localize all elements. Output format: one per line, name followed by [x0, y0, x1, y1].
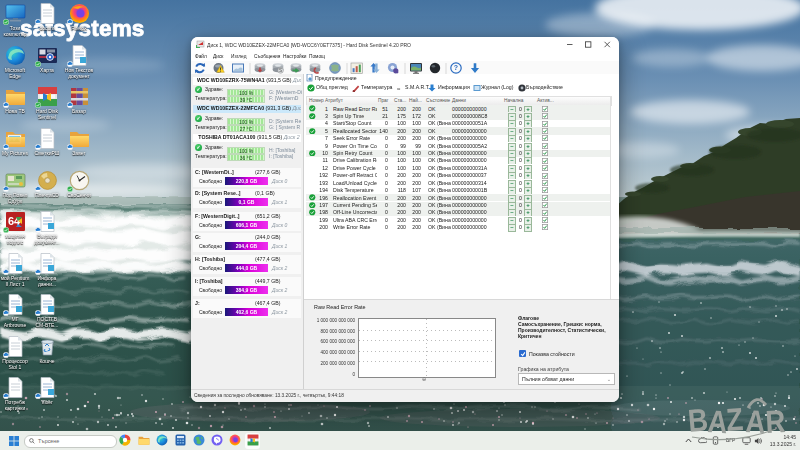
svg-text:Z: Z [725, 401, 744, 437]
svg-text:B: B [686, 402, 709, 439]
svg-text:≈: ≈ [397, 86, 401, 92]
svg-text:R: R [764, 403, 786, 439]
svg-text:A: A [745, 403, 767, 439]
svg-text:?: ? [454, 64, 458, 71]
svg-text:S: S [279, 68, 282, 73]
